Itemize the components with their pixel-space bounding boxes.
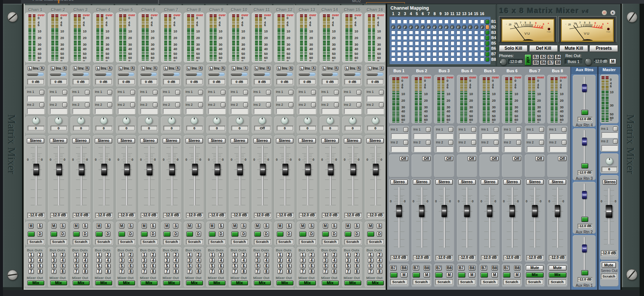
svg-text:PEAK: PEAK bbox=[606, 31, 611, 33]
svg-text:PEAK: PEAK bbox=[547, 31, 551, 33]
svg-text:5: 5 bbox=[525, 21, 526, 24]
svg-text:7: 7 bbox=[520, 21, 521, 24]
svg-text:3: 3 bbox=[602, 23, 604, 25]
svg-text:3: 3 bbox=[543, 23, 544, 25]
svg-text:-: - bbox=[506, 23, 507, 25]
svg-text:20: 20 bbox=[509, 23, 512, 26]
svg-text:0: 0 bbox=[535, 22, 537, 24]
svg-text:+: + bbox=[607, 22, 609, 25]
svg-text:3: 3 bbox=[589, 21, 590, 24]
svg-text:20: 20 bbox=[568, 23, 571, 26]
svg-text:7: 7 bbox=[579, 21, 581, 24]
svg-text:10: 10 bbox=[574, 22, 576, 25]
svg-text:3: 3 bbox=[529, 21, 531, 24]
svg-text:+: + bbox=[548, 22, 549, 25]
svg-text:VU: VU bbox=[524, 31, 530, 35]
svg-text:VU: VU bbox=[584, 31, 590, 35]
svg-text:5: 5 bbox=[584, 21, 586, 24]
svg-text:-: - bbox=[565, 23, 566, 25]
svg-text:0: 0 bbox=[595, 22, 596, 24]
svg-text:10: 10 bbox=[514, 22, 517, 25]
